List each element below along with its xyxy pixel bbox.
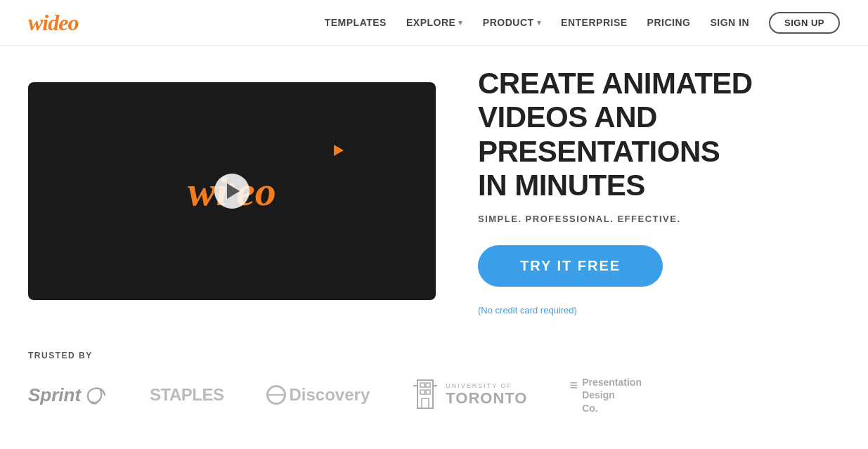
toronto-name: TORONTO <box>446 389 527 408</box>
hero-headline: CREATE ANIMATEDVIDEOS AND PRESENTATIONSI… <box>478 67 840 202</box>
svg-rect-2 <box>426 383 430 387</box>
nav-link-enterprise[interactable]: ENTERPRISE <box>561 17 627 28</box>
toronto-university-of: UNIVERSITY OF <box>446 382 527 389</box>
nav-link-pricing[interactable]: PRICING <box>647 17 691 28</box>
trusted-by-section: TRUSTED BY Sprint STAPLES Discovery <box>0 330 868 429</box>
pdc-line-2: Design <box>582 389 642 401</box>
logo[interactable]: wideo <box>28 10 78 36</box>
discovery-logo: Discovery <box>266 385 370 405</box>
nav-link-signin[interactable]: SIGN IN <box>710 17 749 28</box>
hero-content: CREATE ANIMATEDVIDEOS AND PRESENTATIONSI… <box>478 67 840 315</box>
svg-rect-1 <box>420 383 425 387</box>
nav-link-product[interactable]: PRODUCT <box>483 17 541 28</box>
hero-subtext: SIMPLE. PROFESSIONAL. EFFECTIVE. <box>478 214 840 224</box>
sprint-icon <box>85 384 108 406</box>
nav-link-explore[interactable]: EXPLORE <box>406 17 463 28</box>
navbar: wideo TEMPLATES EXPLORE PRODUCT ENTERPRI… <box>0 0 868 46</box>
pdc-line-1: Presentation <box>582 376 642 389</box>
svg-rect-4 <box>426 390 430 394</box>
toronto-text-block: UNIVERSITY OF TORONTO <box>446 382 527 408</box>
video-thumbnail[interactable]: wieo <box>28 82 436 300</box>
discovery-text: Discovery <box>290 385 370 405</box>
pdc-icon: ≡ <box>569 377 578 393</box>
try-it-free-button[interactable]: TRY IT FREE <box>478 245 663 287</box>
pdc-line-3: Co. <box>582 402 642 415</box>
nav-item-signup[interactable]: SIGN UP <box>769 12 840 34</box>
nav-links: TEMPLATES EXPLORE PRODUCT ENTERPRISE PRI… <box>325 12 840 34</box>
nav-item-templates[interactable]: TEMPLATES <box>325 16 387 29</box>
svg-rect-3 <box>420 390 425 394</box>
no-credit-card-text: (No credit card required) <box>478 305 840 315</box>
brand-logos-row: Sprint STAPLES Discovery <box>28 376 840 415</box>
nav-item-pricing[interactable]: PRICING <box>647 16 691 29</box>
nav-item-signin[interactable]: SIGN IN <box>710 16 749 29</box>
nav-item-explore[interactable]: EXPLORE <box>406 16 463 29</box>
arrow-decoration <box>334 145 344 156</box>
nav-item-enterprise[interactable]: ENTERPRISE <box>561 16 627 29</box>
signup-button[interactable]: SIGN UP <box>769 12 840 34</box>
nav-item-product[interactable]: PRODUCT <box>483 16 541 29</box>
discovery-globe-icon <box>266 385 286 405</box>
nav-link-templates[interactable]: TEMPLATES <box>325 17 387 28</box>
svg-rect-5 <box>422 398 429 408</box>
pdc-logo: ≡ Presentation Design Co. <box>569 376 641 415</box>
staples-logo: STAPLES <box>150 385 224 405</box>
trusted-by-label: TRUSTED BY <box>28 351 840 360</box>
play-button[interactable] <box>214 174 250 209</box>
toronto-logo: UNIVERSITY OF TORONTO <box>412 379 527 411</box>
sprint-text: Sprint <box>28 384 81 406</box>
staples-text: STAPLES <box>150 385 224 405</box>
toronto-crest-icon <box>412 379 439 411</box>
hero-section: wieo CREATE ANIMATEDVIDEOS AND PRESENTAT… <box>0 46 868 330</box>
pdc-text-block: Presentation Design Co. <box>582 376 642 415</box>
sprint-logo: Sprint <box>28 384 108 406</box>
